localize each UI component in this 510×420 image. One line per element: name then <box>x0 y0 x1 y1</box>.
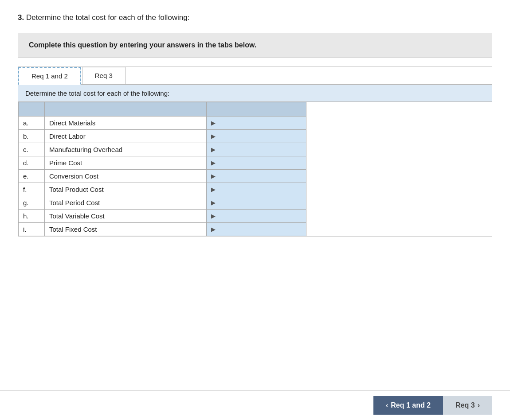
col-header-letter <box>19 102 45 117</box>
row-value-cell[interactable]: ▶ <box>207 156 306 170</box>
tab-section: Req 1 and 2 Req 3 Determine the total co… <box>18 66 492 237</box>
arrow-icon: ▶ <box>211 199 216 206</box>
arrow-icon: ▶ <box>211 120 216 126</box>
col-header-value <box>207 102 306 117</box>
table-row: d.Prime Cost▶ <box>19 156 306 170</box>
prev-button-label: Req 1 and 2 <box>391 401 431 409</box>
tab-req3-label: Req 3 <box>95 72 113 79</box>
chevron-right-icon: › <box>478 401 480 409</box>
arrow-icon: ▶ <box>211 213 216 219</box>
table-row: g.Total Period Cost▶ <box>19 196 306 210</box>
table-row: b.Direct Labor▶ <box>19 130 306 143</box>
tab-req12[interactable]: Req 1 and 2 <box>18 67 81 85</box>
row-label: Total Variable Cost <box>45 210 207 223</box>
tab-bar: Req 1 and 2 Req 3 <box>18 67 492 85</box>
value-input[interactable] <box>217 172 271 180</box>
table-row: h.Total Variable Cost▶ <box>19 210 306 223</box>
row-label: Total Product Cost <box>45 183 207 196</box>
value-input[interactable] <box>217 132 271 140</box>
row-label: Prime Cost <box>45 156 207 170</box>
tab-req12-label: Req 1 and 2 <box>31 72 68 80</box>
arrow-icon: ▶ <box>211 133 216 140</box>
value-input[interactable] <box>217 159 271 167</box>
row-value-cell[interactable]: ▶ <box>207 143 306 156</box>
instruction-text: Complete this question by entering your … <box>29 41 256 49</box>
content-header-text: Determine the total cost for each of the… <box>25 89 169 97</box>
arrow-icon: ▶ <box>211 186 216 193</box>
table-row: a.Direct Materials▶ <box>19 117 306 130</box>
row-value-cell[interactable]: ▶ <box>207 210 306 223</box>
value-input[interactable] <box>217 146 271 153</box>
row-letter: d. <box>19 156 45 170</box>
arrow-icon: ▶ <box>211 173 216 179</box>
row-value-cell[interactable]: ▶ <box>207 130 306 143</box>
value-input[interactable] <box>217 186 271 193</box>
row-letter: e. <box>19 170 45 183</box>
col-header-label <box>45 102 207 117</box>
row-letter: b. <box>19 130 45 143</box>
tab-req3[interactable]: Req 3 <box>82 67 126 84</box>
content-header: Determine the total cost for each of the… <box>18 85 492 102</box>
row-letter: c. <box>19 143 45 156</box>
value-input[interactable] <box>217 199 271 206</box>
row-label: Conversion Cost <box>45 170 207 183</box>
row-value-cell[interactable]: ▶ <box>207 183 306 196</box>
question-header: 3. Determine the total cost for each of … <box>18 13 492 22</box>
instruction-box: Complete this question by entering your … <box>18 33 492 58</box>
question-text: Determine the total cost for each of the… <box>26 13 190 22</box>
row-value-cell[interactable]: ▶ <box>207 117 306 130</box>
row-label: Direct Labor <box>45 130 207 143</box>
arrow-icon: ▶ <box>211 226 216 233</box>
value-input[interactable] <box>217 119 271 127</box>
row-label: Manufacturing Overhead <box>45 143 207 156</box>
table-row: c.Manufacturing Overhead▶ <box>19 143 306 156</box>
row-value-cell[interactable]: ▶ <box>207 170 306 183</box>
value-input[interactable] <box>217 226 271 233</box>
next-button-label: Req 3 <box>455 401 475 409</box>
row-letter: g. <box>19 196 45 210</box>
arrow-icon: ▶ <box>211 146 216 153</box>
cost-table: a.Direct Materials▶b.Direct Labor▶c.Manu… <box>18 102 306 236</box>
arrow-icon: ▶ <box>211 159 216 166</box>
table-row: f.Total Product Cost▶ <box>19 183 306 196</box>
table-row: i.Total Fixed Cost▶ <box>19 223 306 236</box>
row-letter: f. <box>19 183 45 196</box>
next-button[interactable]: Req 3 › <box>443 396 492 415</box>
question-number: 3. <box>18 13 24 22</box>
value-input[interactable] <box>217 212 271 220</box>
row-label: Total Period Cost <box>45 196 207 210</box>
chevron-left-icon: ‹ <box>386 401 388 409</box>
table-row: e.Conversion Cost▶ <box>19 170 306 183</box>
row-letter: a. <box>19 117 45 130</box>
row-label: Direct Materials <box>45 117 207 130</box>
row-value-cell[interactable]: ▶ <box>207 223 306 236</box>
row-value-cell[interactable]: ▶ <box>207 196 306 210</box>
prev-button[interactable]: ‹ Req 1 and 2 <box>373 396 443 415</box>
row-letter: h. <box>19 210 45 223</box>
row-letter: i. <box>19 223 45 236</box>
row-label: Total Fixed Cost <box>45 223 207 236</box>
bottom-nav: ‹ Req 1 and 2 Req 3 › <box>0 390 510 420</box>
